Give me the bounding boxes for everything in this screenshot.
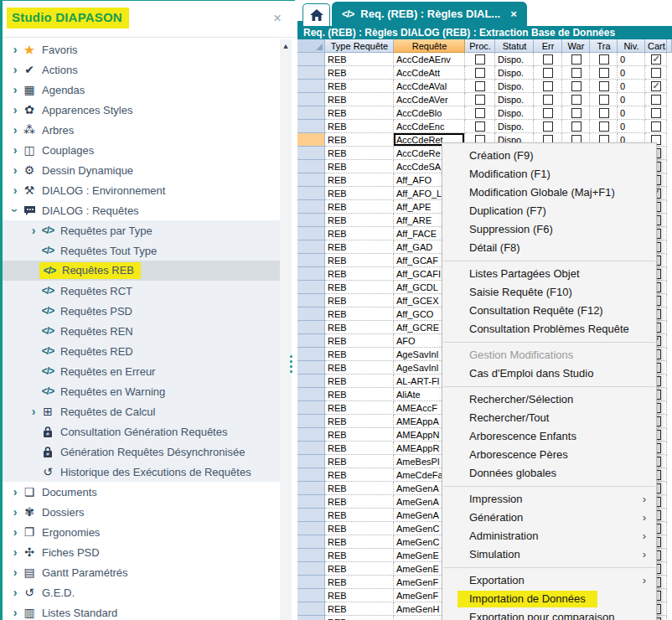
close-icon[interactable]: × — [273, 11, 282, 25]
row-handle[interactable] — [297, 294, 325, 307]
sidebar-item[interactable]: </>Requêtes REB — [3, 261, 280, 281]
checkbox-unchecked[interactable] — [475, 95, 485, 105]
tab-active[interactable]: </> Req. (REB) : Règles DIAL... × — [332, 2, 527, 26]
sidebar-item[interactable]: ›⊞Requêtes de Calcul — [3, 401, 280, 421]
menu-item[interactable]: Administration› — [442, 527, 656, 545]
cell-type-requete[interactable]: REB — [325, 348, 394, 361]
row-handle[interactable] — [297, 428, 325, 442]
chevron-right-icon[interactable]: › — [9, 183, 21, 197]
menu-item[interactable]: Détail (F8) — [442, 239, 656, 257]
menu-item[interactable]: Saisie Requête (F10) — [442, 283, 656, 302]
checkbox-unchecked[interactable] — [651, 108, 661, 118]
chevron-right-icon[interactable]: › — [9, 525, 21, 539]
checkbox-unchecked[interactable] — [475, 68, 485, 78]
checkbox-unchecked[interactable] — [543, 68, 553, 78]
checkbox-unchecked[interactable] — [571, 54, 582, 65]
grid-corner-cell[interactable] — [297, 39, 325, 53]
checkbox-unchecked[interactable] — [651, 68, 661, 78]
cell-requete[interactable]: AccCdeAVal — [394, 80, 465, 93]
row-handle[interactable] — [297, 509, 325, 522]
column-header[interactable]: Type Requête — [325, 39, 394, 53]
sidebar-item[interactable]: ›✔Actions — [3, 59, 280, 80]
cell-statut[interactable]: Dispo. — [495, 93, 534, 106]
cell-type-requete[interactable]: REB — [325, 495, 394, 509]
cell-type-requete[interactable]: REB — [325, 509, 394, 522]
row-handle[interactable] — [297, 589, 325, 602]
menu-item[interactable]: Création (F9) — [442, 147, 656, 165]
cell-niveau[interactable]: 0 — [618, 66, 645, 80]
checkbox-unchecked[interactable] — [571, 108, 582, 118]
row-handle[interactable] — [297, 307, 325, 321]
cell-type-requete[interactable]: REB — [325, 388, 394, 401]
cell-type-requete[interactable]: REB — [325, 455, 394, 468]
sidebar-item[interactable]: ›◫Couplages — [3, 140, 280, 160]
column-header[interactable]: Niv. — [618, 39, 645, 53]
cell-niveau[interactable]: 0 — [618, 80, 645, 93]
row-handle[interactable] — [297, 53, 325, 66]
cell-type-requete[interactable]: REB — [325, 602, 394, 616]
checkbox-unchecked[interactable] — [599, 95, 609, 105]
sidebar-item[interactable]: ›▥Listes Standard — [3, 602, 280, 620]
cell-type-requete[interactable]: REB — [325, 549, 394, 562]
cell-type-requete[interactable]: REB — [325, 576, 394, 589]
cell-type-requete[interactable]: REB — [325, 173, 394, 187]
sidebar-item[interactable]: ›▦Agendas — [3, 80, 280, 100]
row-handle[interactable] — [297, 173, 325, 187]
checkbox-checked[interactable]: ✓ — [651, 81, 661, 91]
sidebar-item[interactable]: ›DIALOG : Requêtes — [3, 200, 280, 220]
chevron-down-icon[interactable]: › — [8, 204, 22, 216]
menu-item[interactable]: Importation de Données — [442, 590, 656, 608]
cell-requete[interactable]: AccCdeBlo — [394, 106, 465, 120]
chevron-right-icon[interactable]: › — [9, 545, 21, 559]
menu-item[interactable]: Rechercher/Tout — [442, 409, 656, 427]
menu-item[interactable]: Cas d'Emploi dans Studio — [442, 364, 656, 383]
menu-item[interactable]: Exportation pour comparaison — [442, 608, 656, 620]
checkbox-unchecked[interactable] — [543, 121, 553, 132]
cell-type-requete[interactable]: REB — [325, 616, 394, 620]
row-handle[interactable] — [297, 147, 325, 160]
sidebar-item[interactable]: #Génération Requêtes Désynchronisée — [3, 442, 280, 462]
chevron-right-icon[interactable]: › — [28, 405, 39, 418]
menu-item[interactable]: Impression› — [442, 490, 656, 509]
cell-statut[interactable]: Dispo. — [495, 120, 534, 133]
cell-type-requete[interactable]: REB — [325, 589, 394, 602]
sidebar-item[interactable]: </>Requêtes REN — [3, 321, 280, 341]
row-handle[interactable] — [297, 549, 325, 562]
cell-type-requete[interactable]: REB — [325, 535, 394, 549]
row-handle[interactable] — [297, 106, 325, 120]
menu-item[interactable]: Consultation Requête (F12) — [442, 302, 656, 320]
cell-type-requete[interactable]: REB — [325, 66, 394, 80]
menu-item[interactable]: Modification Globale (Maj+F1) — [442, 183, 656, 202]
cell-type-requete[interactable]: REB — [325, 106, 394, 120]
menu-item[interactable]: Listes Partagées Objet — [442, 265, 656, 283]
cell-type-requete[interactable]: REB — [325, 281, 394, 294]
checkbox-unchecked[interactable] — [475, 81, 485, 91]
menu-item[interactable]: Exportation› — [442, 571, 656, 590]
checkbox-unchecked[interactable] — [571, 95, 582, 105]
row-handle[interactable] — [297, 361, 325, 375]
row-handle[interactable] — [297, 495, 325, 509]
sidebar-item[interactable]: ›★Favoris — [3, 39, 280, 59]
menu-item[interactable]: Suppression (F6) — [442, 220, 656, 239]
column-header[interactable]: Statut — [495, 39, 534, 53]
sidebar-item[interactable]: ›⁂Arbres — [3, 120, 280, 140]
chevron-right-icon[interactable]: › — [9, 103, 21, 116]
splitter-handle[interactable] — [290, 355, 292, 373]
cell-type-requete[interactable]: REB — [325, 254, 394, 267]
checkbox-unchecked[interactable] — [475, 54, 485, 65]
menu-item[interactable]: Arborescence Pères — [442, 446, 656, 464]
cell-type-requete[interactable]: REB — [325, 428, 394, 442]
cell-type-requete[interactable]: REB — [325, 415, 394, 428]
chevron-right-icon[interactable]: › — [9, 505, 21, 519]
cell-requete[interactable]: AccCdeAVer — [394, 93, 465, 106]
row-handle[interactable] — [297, 388, 325, 401]
sidebar-item[interactable]: </>Requêtes Tout Type — [3, 240, 280, 261]
cell-niveau[interactable]: 0 — [618, 106, 645, 120]
cell-type-requete[interactable]: REB — [325, 267, 394, 281]
checkbox-unchecked[interactable] — [475, 108, 485, 118]
cell-statut[interactable]: Dispo. — [495, 66, 534, 80]
row-handle[interactable] — [297, 80, 325, 93]
sidebar-item[interactable]: ›⚒DIALOG : Environnement — [3, 180, 280, 200]
cell-type-requete[interactable]: REB — [325, 200, 394, 214]
chevron-right-icon[interactable]: › — [9, 143, 21, 157]
